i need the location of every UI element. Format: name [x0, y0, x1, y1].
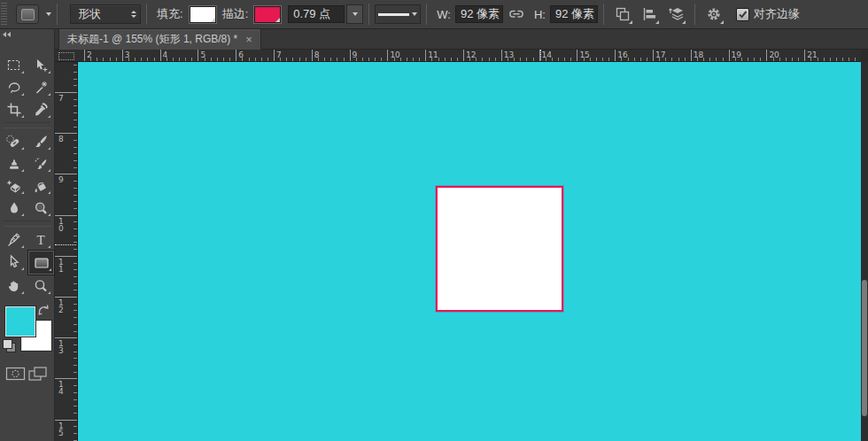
ruler-number: 1 0: [58, 218, 64, 232]
ruler-number: 2: [87, 50, 92, 59]
path-arrangement-button[interactable]: [665, 4, 686, 25]
close-tab-icon[interactable]: ×: [245, 34, 252, 45]
rectangle-tool[interactable]: [28, 251, 54, 275]
zoom-tool[interactable]: [28, 275, 52, 297]
gear-icon[interactable]: [703, 4, 725, 25]
path-operations-button[interactable]: [612, 4, 633, 25]
ruler-number: 9: [58, 176, 64, 183]
swap-colors-icon[interactable]: [37, 304, 50, 315]
brush-tool[interactable]: [28, 130, 52, 152]
horizontal-ruler[interactable]: 23456789101112131415161718192021: [78, 50, 861, 62]
crop-tool[interactable]: [2, 98, 26, 120]
canvas[interactable]: [78, 62, 861, 441]
ruler-number: 16: [617, 50, 627, 59]
ruler-number: 10: [390, 50, 399, 59]
history-brush-tool[interactable]: [28, 152, 52, 174]
chevron-down-icon: [46, 12, 51, 16]
ruler-number: 17: [655, 50, 665, 59]
tool-preset-picker[interactable]: [16, 4, 51, 24]
separator: [368, 4, 369, 25]
align-edges-checkbox[interactable]: [736, 8, 749, 21]
fill-label: 填充:: [157, 6, 183, 22]
color-swatches: [0, 304, 54, 353]
ruler-number: 5: [200, 50, 205, 59]
default-colors-icon[interactable]: [3, 339, 15, 352]
ruler-number: 3: [125, 50, 130, 59]
shape-width-input[interactable]: 92 像素: [455, 5, 503, 23]
foreground-color-swatch[interactable]: [5, 306, 35, 337]
quick-mask-button[interactable]: [5, 366, 26, 383]
stroke-label: 描边:: [222, 6, 249, 22]
ruler-number: 11: [428, 50, 438, 59]
separator: [694, 4, 695, 25]
tools-panel: T: [0, 29, 55, 441]
lasso-tool[interactable]: [2, 76, 26, 98]
paint-bucket-tool[interactable]: [28, 174, 52, 197]
tool-mode-value: 形状: [78, 6, 131, 22]
ruler-number: 12: [466, 50, 476, 59]
options-bar-grip[interactable]: [1, 3, 7, 26]
tools-divider: [4, 220, 50, 227]
stroke-width-dropdown-button[interactable]: [346, 4, 363, 24]
fill-color-swatch[interactable]: [190, 6, 216, 23]
magic-wand-tool[interactable]: [28, 76, 52, 98]
ruler-number: 13: [504, 50, 514, 59]
ruler-number: 6: [238, 50, 244, 59]
separator: [603, 4, 604, 25]
ruler-number: 14: [542, 50, 552, 59]
rectangular-marquee-tool[interactable]: [2, 54, 26, 76]
document-tab-title: 未标题-1 @ 155% (矩形 1, RGB/8) *: [67, 32, 237, 47]
ruler-number: 1 1: [58, 259, 64, 273]
stroke-width-input[interactable]: 0.79 点: [288, 5, 345, 23]
stroke-color-swatch[interactable]: [254, 6, 281, 23]
scrollbar-thumb[interactable]: [862, 280, 867, 416]
shape-height-input[interactable]: 92 像素: [550, 5, 598, 23]
ruler-number: 7: [276, 50, 282, 59]
ruler-number: 1 5: [58, 422, 64, 437]
eraser-tool[interactable]: [2, 174, 26, 197]
path-alignment-button[interactable]: [639, 4, 660, 25]
pen-tool[interactable]: [2, 228, 26, 251]
blur-tool[interactable]: [2, 197, 26, 219]
separator: [426, 4, 427, 25]
ruler-number: 1 4: [58, 381, 64, 395]
shape-height-value: 92 像素: [555, 6, 594, 22]
options-bar: 形状 填充: 描边: 0.79 点 W: 92 像素 H: 92 像素: [0, 0, 868, 29]
align-edges-label: 对齐边缘: [754, 6, 800, 22]
cursor-position-mark: [55, 244, 78, 245]
path-selection-tool[interactable]: [2, 251, 26, 273]
spot-healing-brush-tool[interactable]: [2, 130, 26, 152]
tool-mode-select[interactable]: 形状: [70, 4, 141, 24]
ruler-number: 8: [314, 50, 320, 59]
collapse-tools-panel-button[interactable]: [0, 29, 54, 40]
stroke-style-dropdown[interactable]: [375, 4, 421, 24]
clone-stamp-tool[interactable]: [2, 152, 26, 174]
hand-tool[interactable]: [2, 275, 26, 297]
ruler-number: 15: [579, 50, 589, 59]
double-left-chevron-icon: [3, 32, 6, 37]
vertical-scrollbar[interactable]: [861, 62, 868, 441]
shape-width-value: 92 像素: [461, 6, 500, 22]
cursor-position-mark: [540, 50, 541, 62]
solid-line-icon: [378, 13, 409, 16]
ruler-number: 1 3: [58, 340, 64, 354]
rectangle-shape[interactable]: [436, 186, 563, 312]
eyedropper-tool[interactable]: [28, 98, 52, 120]
width-label: W:: [437, 8, 451, 21]
ruler-number: 9: [353, 50, 358, 59]
ruler-number: 1 2: [58, 299, 64, 313]
ruler-number: 8: [58, 135, 64, 143]
ruler-number: 18: [694, 50, 703, 59]
tools-divider: [4, 122, 50, 128]
ruler-number: 20: [769, 50, 779, 59]
type-tool[interactable]: T: [28, 228, 52, 251]
dodge-tool[interactable]: [28, 197, 52, 219]
svg-text:T: T: [36, 233, 44, 247]
vertical-ruler[interactable]: 7891 01 11 21 31 41 5: [55, 62, 78, 441]
ruler-origin-corner[interactable]: [55, 50, 78, 62]
document-tab[interactable]: 未标题-1 @ 155% (矩形 1, RGB/8) * ×: [58, 29, 261, 50]
link-dimensions-icon[interactable]: [506, 4, 527, 25]
move-tool[interactable]: [28, 54, 52, 76]
screen-mode-button[interactable]: [27, 366, 49, 383]
height-label: H:: [534, 8, 546, 21]
